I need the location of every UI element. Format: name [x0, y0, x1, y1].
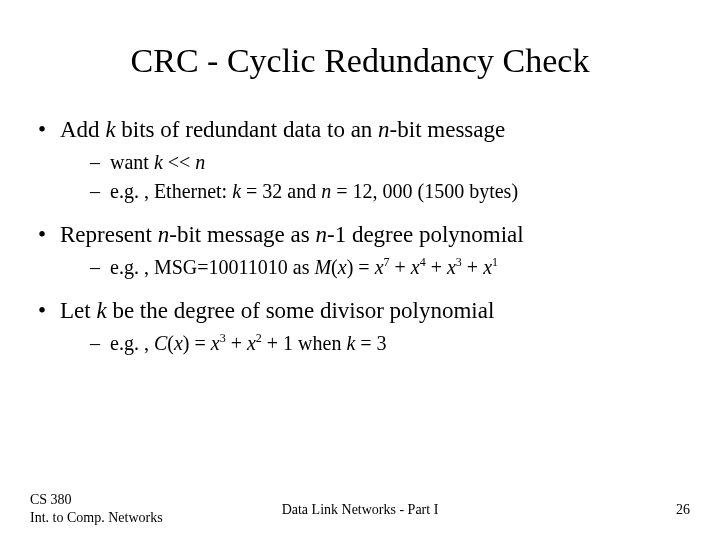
text: = [353, 256, 374, 278]
text: = 3 [355, 332, 386, 354]
slide-title: CRC - Cyclic Redundancy Check [0, 0, 720, 90]
var-n: n [321, 180, 331, 202]
var-n: n [158, 222, 170, 247]
sub-list: want k << n e.g. , Ethernet: k = 32 and … [60, 149, 686, 205]
var-x: x [375, 256, 384, 278]
bullet-3-sub-1: e.g. , C(x) = x3 + x2 + 1 when k = 3 [90, 330, 686, 357]
bullet-2: Represent n-bit message as n-1 degree po… [34, 219, 686, 281]
text: -bit message as [169, 222, 315, 247]
bullet-2-sub-1: e.g. , MSG=10011010 as M(x) = x7 + x4 + … [90, 254, 686, 281]
var-k: k [96, 298, 106, 323]
text: e.g. , [110, 332, 154, 354]
bullet-1-sub-1: want k << n [90, 149, 686, 176]
text: Add [60, 117, 105, 142]
text: want [110, 151, 154, 173]
text: << [163, 151, 196, 173]
sub-list: e.g. , MSG=10011010 as M(x) = x7 + x4 + … [60, 254, 686, 281]
var-k: k [154, 151, 163, 173]
page-number: 26 [676, 502, 690, 518]
var-k: k [232, 180, 241, 202]
var-M: M [314, 256, 331, 278]
bullet-list: Add k bits of redundant data to an n-bit… [34, 114, 686, 357]
text: be the degree of some divisor polynomial [107, 298, 495, 323]
var-k: k [346, 332, 355, 354]
text: + [462, 256, 483, 278]
text: -1 degree polynomial [327, 222, 524, 247]
text: Represent [60, 222, 158, 247]
text: -bit message [390, 117, 506, 142]
text: + [226, 332, 247, 354]
exp: 1 [492, 255, 498, 269]
text: ( [167, 332, 174, 354]
text: ( [331, 256, 338, 278]
text: bits of redundant data to an [116, 117, 379, 142]
var-C: C [154, 332, 167, 354]
var-x: x [338, 256, 347, 278]
footer-center: Data Link Networks - Part I [0, 502, 720, 518]
text: = 12, 000 (1500 bytes) [331, 180, 518, 202]
var-x: x [247, 332, 256, 354]
text: = 32 and [241, 180, 321, 202]
var-n: n [195, 151, 205, 173]
sub-list: e.g. , C(x) = x3 + x2 + 1 when k = 3 [60, 330, 686, 357]
text: + [390, 256, 411, 278]
text: 1 [283, 332, 293, 354]
bullet-1: Add k bits of redundant data to an n-bit… [34, 114, 686, 205]
var-n: n [315, 222, 327, 247]
text: + [426, 256, 447, 278]
var-k: k [105, 117, 115, 142]
text: when [293, 332, 346, 354]
var-x: x [411, 256, 420, 278]
text: + [262, 332, 283, 354]
var-x: x [483, 256, 492, 278]
text: = [189, 332, 210, 354]
slide-body: Add k bits of redundant data to an n-bit… [0, 90, 720, 357]
bullet-1-sub-2: e.g. , Ethernet: k = 32 and n = 12, 000 … [90, 178, 686, 205]
slide: CRC - Cyclic Redundancy Check Add k bits… [0, 0, 720, 540]
text: e.g. , MSG=10011010 as [110, 256, 314, 278]
var-n: n [378, 117, 390, 142]
bullet-3: Let k be the degree of some divisor poly… [34, 295, 686, 357]
text: Let [60, 298, 96, 323]
var-x: x [211, 332, 220, 354]
var-x: x [447, 256, 456, 278]
text: e.g. , Ethernet: [110, 180, 232, 202]
var-x: x [174, 332, 183, 354]
